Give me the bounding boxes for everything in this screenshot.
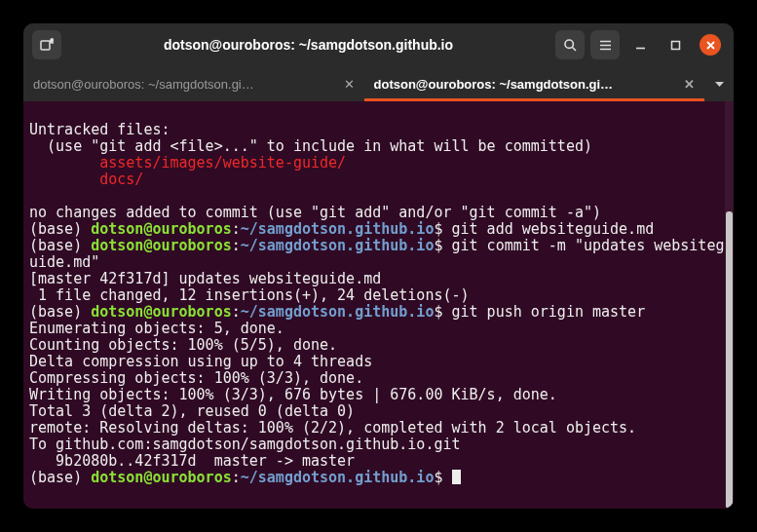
new-tab-icon (39, 37, 55, 53)
svg-point-1 (565, 40, 573, 48)
tab-1[interactable]: dotson@ouroboros: ~/samgdotson.gi… ✕ (364, 66, 705, 101)
terminal-window: dotson@ouroboros: ~/samgdotson.github.io… (23, 23, 734, 509)
maximize-icon (670, 40, 681, 51)
scrollbar-thumb[interactable] (726, 211, 733, 509)
tab-label: dotson@ouroboros: ~/samgdotson.gi… (374, 77, 677, 92)
minimize-button[interactable] (625, 30, 655, 59)
tab-close-button[interactable]: ✕ (344, 77, 355, 92)
close-icon (705, 40, 716, 51)
menu-button[interactable] (590, 30, 620, 59)
search-icon (563, 38, 578, 53)
titlebar: dotson@ouroboros: ~/samgdotson.github.io (23, 23, 734, 66)
new-tab-button[interactable] (32, 30, 61, 59)
close-button[interactable] (700, 34, 721, 56)
chevron-down-icon (714, 79, 725, 90)
hamburger-icon (598, 38, 613, 53)
terminal-viewport[interactable]: Untracked files: (use "git add <file>...… (23, 101, 734, 509)
cursor (452, 470, 461, 484)
tab-close-button[interactable]: ✕ (684, 77, 695, 92)
tabs-dropdown-button[interactable] (704, 66, 734, 101)
search-button[interactable] (555, 30, 585, 59)
window-title: dotson@ouroboros: ~/samgdotson.github.io (64, 37, 552, 53)
svg-rect-2 (671, 41, 679, 49)
svg-rect-0 (41, 41, 50, 50)
scrollbar[interactable] (725, 101, 734, 509)
terminal-output: Untracked files: (use "git add <file>...… (23, 101, 734, 490)
tab-0[interactable]: dotson@ouroboros: ~/samgdotson.gi… ✕ (23, 66, 364, 101)
maximize-button[interactable] (661, 30, 690, 59)
tab-label: dotson@ouroboros: ~/samgdotson.gi… (33, 77, 336, 92)
tab-bar: dotson@ouroboros: ~/samgdotson.gi… ✕ dot… (23, 66, 734, 101)
minimize-icon (634, 39, 647, 52)
